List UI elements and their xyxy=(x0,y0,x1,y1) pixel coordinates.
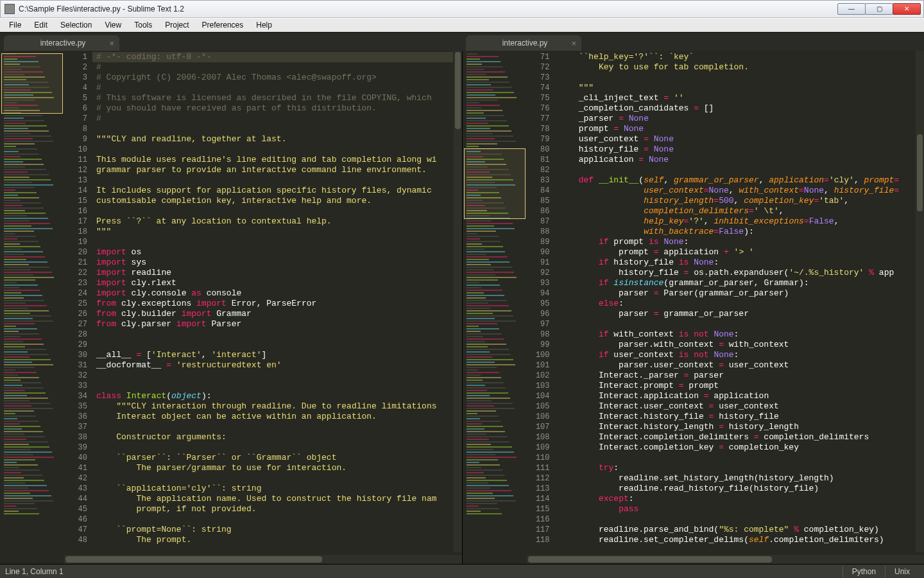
code-line[interactable]: The prompt. xyxy=(96,535,453,545)
status-line-endings[interactable]: Unix xyxy=(885,566,919,577)
code-line[interactable]: __all__ = ['Interact', 'interact'] xyxy=(96,350,453,360)
code-line[interactable] xyxy=(559,73,916,83)
code-line[interactable]: ``prompt=None``: string xyxy=(96,525,453,535)
code-line[interactable] xyxy=(96,237,453,247)
code-line[interactable]: from cly.builder import Grammar xyxy=(96,309,453,319)
horizontal-scrollbar[interactable] xyxy=(527,555,925,564)
editor-left[interactable]: 1234567891011121314151617181920212223242… xyxy=(64,51,462,564)
minimap-left[interactable] xyxy=(0,51,64,564)
code-line[interactable] xyxy=(559,319,916,329)
code-line[interactable]: import cly.console as console xyxy=(96,288,453,299)
code-line[interactable]: grammar parser to provide an interactive… xyxy=(96,165,453,175)
code-line[interactable]: Interact.completion_key = completion_key xyxy=(559,442,916,453)
code-line[interactable]: if prompt is None: xyxy=(559,237,916,247)
menu-preferences[interactable]: Preferences xyxy=(196,19,250,31)
code-line[interactable]: parser = Parser(grammar_or_parser) xyxy=(559,288,916,299)
code-line[interactable]: Interact.prompt = prompt xyxy=(559,381,916,391)
code-line[interactable]: readline.set_completer_delims(self.compl… xyxy=(559,535,916,545)
code-line[interactable]: except: xyxy=(559,494,916,504)
code-line[interactable]: help_key='?', inhibit_exceptions=False, xyxy=(559,216,916,227)
code-line[interactable]: It includes support for application spec… xyxy=(96,186,453,196)
code-line[interactable] xyxy=(96,329,453,340)
code-line[interactable]: import sys xyxy=(96,258,453,268)
code-line[interactable]: Key to use for tab completion. xyxy=(559,62,916,73)
code-line[interactable] xyxy=(559,514,916,525)
code-line[interactable]: ``application='cly'``: string xyxy=(96,484,453,494)
code-line[interactable]: customisable completion key, interactive… xyxy=(96,196,453,206)
code-line[interactable]: # you should have received as part of th… xyxy=(96,103,453,114)
code-line[interactable]: parser.user_context = user_context xyxy=(559,360,916,371)
code-line[interactable]: __docformat__ = 'restructuredtext en' xyxy=(96,360,453,371)
code-line[interactable]: # xyxy=(96,62,453,73)
tab-left[interactable]: interactive.py × xyxy=(4,35,119,51)
code-line[interactable]: import os xyxy=(96,247,453,258)
code-line[interactable]: # This software is licensed as described… xyxy=(96,93,453,103)
code-line[interactable]: """ xyxy=(96,227,453,237)
code-line[interactable]: _parser = None xyxy=(559,114,916,124)
horizontal-scrollbar[interactable] xyxy=(64,555,462,564)
code-line[interactable]: else: xyxy=(559,299,916,309)
code-line[interactable]: history_length=500, completion_key='tab'… xyxy=(559,196,916,206)
code-line[interactable] xyxy=(96,340,453,350)
code-line[interactable]: prompt, if not provided. xyxy=(96,504,453,514)
code-line[interactable]: Interact._parser = parser xyxy=(559,371,916,381)
code-line[interactable]: ``parser``: ``Parser`` or ``Grammar`` ob… xyxy=(96,453,453,463)
tab-right[interactable]: interactive.py × xyxy=(466,35,581,51)
code-line[interactable]: Interact.completion_delimiters = complet… xyxy=(559,432,916,442)
code-line[interactable]: """CLY and readline, together at last. xyxy=(96,134,453,144)
code-line[interactable]: try: xyxy=(559,463,916,473)
code-line[interactable]: history_file = os.path.expanduser('~/.%s… xyxy=(559,268,916,278)
maximize-button[interactable]: ▢ xyxy=(865,3,893,15)
menu-view[interactable]: View xyxy=(98,19,128,31)
code-line[interactable]: import readline xyxy=(96,268,453,278)
code-line[interactable]: ``help_key='?'``: `key` xyxy=(559,52,916,62)
code-line[interactable] xyxy=(96,175,453,186)
code-line[interactable]: prompt = application + '> ' xyxy=(559,247,916,258)
code-line[interactable]: Press ``?`` at any location to contextua… xyxy=(96,216,453,227)
code-line[interactable]: The application name. Used to construct … xyxy=(96,494,453,504)
code-line[interactable]: # -*- coding: utf-8 -*- xyxy=(96,52,453,62)
minimap-right[interactable] xyxy=(463,51,527,564)
code-line[interactable]: This module uses readline's line editing… xyxy=(96,155,453,165)
code-line[interactable] xyxy=(96,473,453,484)
code-line[interactable]: class Interact(object): xyxy=(96,391,453,401)
code-line[interactable]: completion_delimiters=' \t', xyxy=(559,206,916,216)
code-line[interactable]: Interact.application = application xyxy=(559,391,916,401)
code-line[interactable] xyxy=(96,442,453,453)
gutter-left[interactable]: 1234567891011121314151617181920212223242… xyxy=(64,51,92,552)
code-line[interactable]: prompt = None xyxy=(559,124,916,134)
code-line[interactable]: if with_context is not None: xyxy=(559,329,916,340)
code-line[interactable]: Interact object can be active within an … xyxy=(96,412,453,422)
code-left[interactable]: # -*- coding: utf-8 -*-## Copyright (C) … xyxy=(96,52,453,552)
code-line[interactable]: # xyxy=(96,83,453,93)
code-line[interactable] xyxy=(96,124,453,134)
code-line[interactable]: Interact.history_file = history_file xyxy=(559,412,916,422)
code-line[interactable]: parser.with_context = with_context xyxy=(559,340,916,350)
code-line[interactable]: The parser/grammar to use for interactio… xyxy=(96,463,453,473)
code-line[interactable]: readline.parse_and_bind("%s: complete" %… xyxy=(559,525,916,535)
code-line[interactable] xyxy=(96,144,453,155)
minimap-viewport[interactable] xyxy=(464,148,526,219)
menu-edit[interactable]: Edit xyxy=(28,19,54,31)
tab-close-icon[interactable]: × xyxy=(571,39,576,48)
menu-selection[interactable]: Selection xyxy=(54,19,98,31)
menu-file[interactable]: File xyxy=(3,19,28,31)
editor-right[interactable]: 7172737475767778798081828384858687888990… xyxy=(527,51,925,564)
code-line[interactable]: application = None xyxy=(559,155,916,165)
code-line[interactable]: Interact.history_length = history_length xyxy=(559,422,916,432)
code-line[interactable]: import cly.rlext xyxy=(96,278,453,288)
code-line[interactable]: history_file = None xyxy=(559,144,916,155)
code-line[interactable]: _completion_candidates = [] xyxy=(559,103,916,114)
code-line[interactable]: _cli_inject_text = '' xyxy=(559,93,916,103)
menu-project[interactable]: Project xyxy=(158,19,195,31)
code-line[interactable]: """ xyxy=(559,83,916,93)
tab-close-icon[interactable]: × xyxy=(109,39,114,48)
vertical-scrollbar[interactable] xyxy=(454,51,462,552)
code-right[interactable]: ``help_key='?'``: `key` Key to use for t… xyxy=(559,52,916,552)
minimize-button[interactable]: — xyxy=(837,3,866,15)
code-line[interactable]: def __init__(self, grammar_or_parser, ap… xyxy=(559,175,916,186)
menu-help[interactable]: Help xyxy=(250,19,278,31)
code-line[interactable]: from cly.parser import Parser xyxy=(96,319,453,329)
code-line[interactable]: Constructor arguments: xyxy=(96,432,453,442)
code-line[interactable] xyxy=(96,371,453,381)
